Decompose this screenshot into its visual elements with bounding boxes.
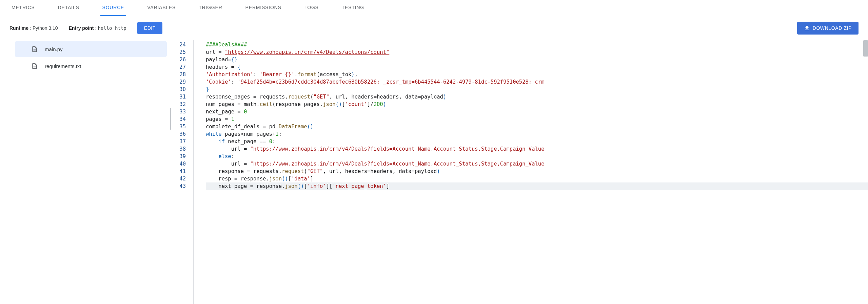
tab-source[interactable]: SOURCE <box>100 0 126 16</box>
code-line[interactable]: complete_df_deals = pd.DataFrame() <box>206 123 868 130</box>
code-line[interactable]: headers = { <box>206 63 868 71</box>
code-line[interactable]: } <box>206 86 868 93</box>
code-line[interactable]: next_page = 0 <box>206 108 868 115</box>
code-line[interactable]: resp = response.json()['data'] <box>206 175 868 182</box>
file-item-requirements[interactable]: requirements.txt <box>15 58 167 74</box>
tab-permissions[interactable]: PERMISSIONS <box>243 0 283 16</box>
runtime-value: Python 3.10 <box>33 25 58 31</box>
code-line[interactable]: while pages<num_pages+1: <box>206 130 868 138</box>
file-item-label: requirements.txt <box>45 63 81 69</box>
download-icon <box>804 25 810 31</box>
code-line[interactable]: next_page = response.json()['info']['nex… <box>206 182 868 190</box>
code-line[interactable]: if next_page == 0: <box>206 138 868 145</box>
edit-button[interactable]: EDIT <box>137 22 162 34</box>
code-line[interactable]: num_pages = math.ceil(response_pages.jso… <box>206 101 868 108</box>
source-body: main.py requirements.txt 242526272829303… <box>0 40 868 304</box>
code-line[interactable]: url = "https://www.zohoapis.in/crm/v4/De… <box>206 160 868 168</box>
download-zip-button[interactable]: DOWNLOAD ZIP <box>797 22 859 35</box>
code-line[interactable]: url = "https://www.zohoapis.in/crm/v4/De… <box>206 48 868 56</box>
tab-testing[interactable]: TESTING <box>340 0 366 16</box>
code-line[interactable]: ####Deals#### <box>206 41 868 48</box>
code-line[interactable]: response = requests.request("GET", url, … <box>206 168 868 175</box>
entrypoint-info: Entry point:hello_http <box>69 25 126 31</box>
tab-logs[interactable]: LOGS <box>302 0 321 16</box>
file-item-main[interactable]: main.py <box>15 41 167 57</box>
file-tree: main.py requirements.txt <box>0 40 170 304</box>
code-content[interactable]: ####Deals####url = "https://www.zohoapis… <box>194 40 868 190</box>
code-line[interactable]: else: <box>206 153 868 160</box>
entrypoint-label: Entry point <box>69 25 94 31</box>
code-line[interactable]: response_pages = requests.request("GET",… <box>206 93 868 101</box>
tab-details[interactable]: DETAILS <box>56 0 81 16</box>
file-icon <box>31 46 38 52</box>
code-line[interactable]: 'Authorization': 'Bearer {}'.format(acce… <box>206 71 868 78</box>
file-item-label: main.py <box>45 46 63 52</box>
runtime-info: Runtime:Python 3.10 <box>9 25 58 31</box>
tab-variables[interactable]: VARIABLES <box>145 0 178 16</box>
code-line[interactable]: url = "https://www.zohoapis.in/crm/v4/De… <box>206 145 868 153</box>
file-icon <box>31 63 38 69</box>
tab-bar: METRICS DETAILS SOURCE VARIABLES TRIGGER… <box>0 0 868 16</box>
line-number-gutter: 2425262728293031323334353637383940414243 <box>172 40 193 304</box>
source-toolbar: Runtime:Python 3.10 Entry point:hello_ht… <box>0 16 868 40</box>
code-line[interactable]: pages = 1 <box>206 115 868 123</box>
entrypoint-value: hello_http <box>98 25 126 31</box>
runtime-label: Runtime <box>9 25 28 31</box>
code-line[interactable]: 'Cookie': '941ef25d4b=c23b6d7cddc304d87a… <box>206 78 868 86</box>
tab-metrics[interactable]: METRICS <box>9 0 37 16</box>
tab-trigger[interactable]: TRIGGER <box>197 0 224 16</box>
code-editor[interactable]: 2425262728293031323334353637383940414243… <box>172 40 868 304</box>
download-zip-label: DOWNLOAD ZIP <box>813 25 852 31</box>
code-line[interactable]: payload={} <box>206 56 868 63</box>
vertical-scrollbar[interactable] <box>863 40 868 57</box>
